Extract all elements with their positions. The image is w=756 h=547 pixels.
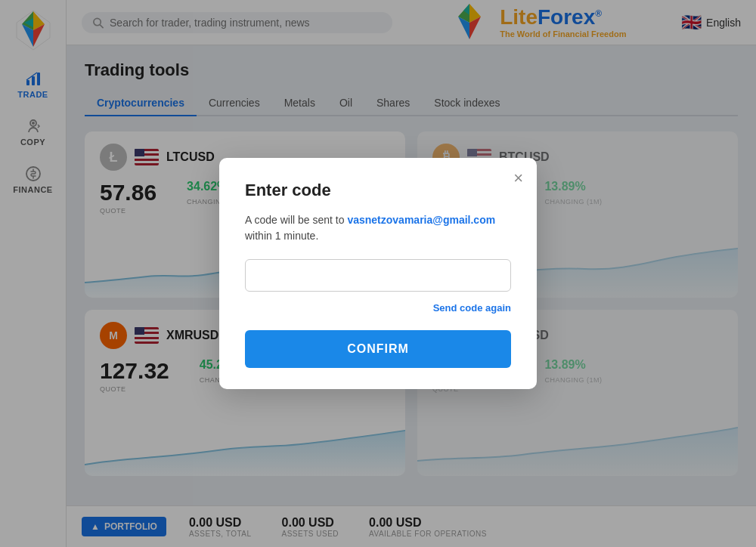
enter-code-modal: × Enter code A code will be sent to vasn…: [219, 158, 537, 389]
modal-close-button[interactable]: ×: [513, 170, 523, 187]
modal-title: Enter code: [245, 181, 511, 200]
modal-overlay[interactable]: × Enter code A code will be sent to vasn…: [0, 0, 756, 547]
code-input[interactable]: [245, 259, 511, 292]
confirm-button[interactable]: CONFIRM: [245, 330, 511, 368]
modal-description: A code will be sent to vasnetzovamaria@g…: [245, 212, 511, 244]
send-code-link[interactable]: Send code again: [245, 302, 511, 314]
